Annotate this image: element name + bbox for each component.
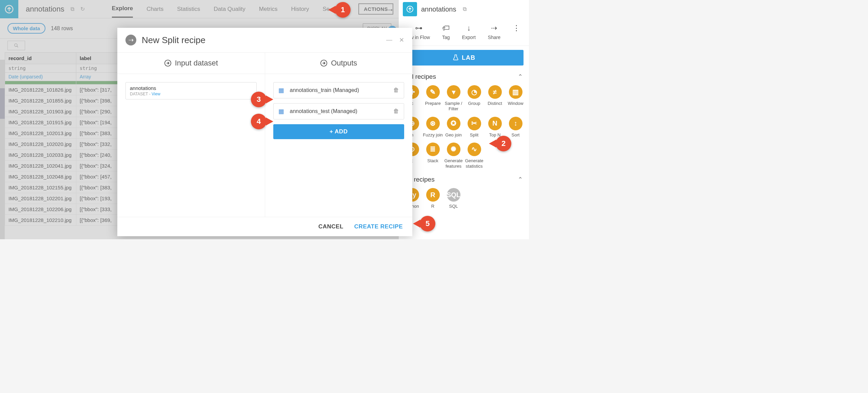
col-hist-0 (5, 81, 76, 85)
panel-expand-arrow[interactable]: → (387, 5, 394, 14)
lab-icon (452, 54, 459, 61)
col-type-record-id[interactable]: string (5, 64, 76, 73)
kebab-icon: ⋮ (513, 24, 520, 33)
action-more[interactable]: ⋮ (513, 24, 520, 40)
refresh-icon[interactable]: ↻ (80, 6, 85, 12)
recipe-generate-features[interactable]: ✺Generate features (443, 141, 463, 169)
tab-data-quality[interactable]: Data Quality (214, 1, 245, 17)
code-recipes-header[interactable]: de recipes ⌃ (399, 172, 529, 187)
close-icon[interactable]: ✕ (399, 36, 404, 44)
recipe-r[interactable]: RR (423, 187, 443, 209)
recipe-icon: ↕ (509, 117, 522, 130)
download-icon: ↓ (467, 24, 471, 33)
cell-record-id: IMG_20181228_102048.jpg (5, 171, 76, 182)
output-dataset-train[interactable]: ▦ annotations_train (Managed) 🗑 (273, 82, 405, 98)
cancel-button[interactable]: CANCEL (318, 223, 343, 230)
copy-icon[interactable]: ⧉ (463, 6, 467, 12)
recipe-top-n[interactable]: NTop N (485, 115, 505, 138)
tab-statistics[interactable]: Statistics (177, 1, 200, 17)
view-dataset-link[interactable]: View (152, 92, 160, 96)
output-dataset-test[interactable]: ▦ annotations_test (Managed) 🗑 (273, 103, 405, 119)
recipe-sql[interactable]: SQLSQL (443, 187, 463, 209)
recipe-group[interactable]: ◔Group (464, 84, 484, 112)
recipe-stack[interactable]: ≣Stack (423, 141, 443, 169)
tag-icon: 🏷 (442, 24, 450, 33)
trash-icon[interactable]: 🗑 (393, 108, 399, 115)
row-count: 148 rows (51, 25, 73, 32)
svg-point-1 (15, 44, 17, 46)
input-dataset-box[interactable]: annotations DATASET - View (125, 82, 257, 99)
action-share[interactable]: ⇢ Share (488, 24, 500, 40)
search-input[interactable] (7, 41, 25, 50)
minimize-icon[interactable]: — (386, 36, 392, 44)
recipe-sort[interactable]: ↕Sort (506, 115, 526, 138)
modal-title: New Split recipe (142, 35, 205, 45)
tab-history[interactable]: History (291, 1, 309, 17)
cell-record-id: IMG_20181228_102041.jpg (5, 161, 76, 171)
visual-recipes-row2: ⊕n⊛Fuzzy join✪Geo join✂SplitNTop N↕Sort (399, 115, 529, 141)
nav-tabs: Explore Charts Statistics Data Quality M… (112, 0, 330, 18)
action-export[interactable]: ↓ Export (462, 24, 475, 40)
recipe-icon: ⊛ (426, 117, 440, 130)
arrow-out-icon (320, 59, 328, 67)
recipe-icon: ✺ (447, 143, 460, 156)
annotation-bubble-4: 4 (251, 114, 267, 129)
outputs-column: Outputs ▦ annotations_train (Managed) 🗑 … (265, 52, 413, 217)
recipe-icon: ≠ (488, 85, 502, 99)
rp-logo[interactable] (403, 2, 417, 16)
create-recipe-button[interactable]: CREATE RECIPE (354, 223, 403, 230)
col-meaning-record-id[interactable]: Date (unparsed) (5, 73, 76, 81)
recipe-icon: ✂ (468, 117, 481, 130)
recipe-icon: ◔ (468, 85, 481, 99)
cell-record-id: IMG_20181228_101903.jpg (5, 106, 76, 117)
app-logo[interactable] (0, 0, 18, 18)
recipe-icon: ▾ (447, 85, 460, 99)
whole-data-pill[interactable]: Whole data (7, 23, 45, 34)
recipe-icon: ▥ (509, 85, 522, 99)
recipe-generate-statistics[interactable]: ∿Generate statistics (464, 141, 484, 169)
col-header-record-id[interactable]: record_id (5, 53, 76, 64)
gutter-scroll-thumb[interactable] (0, 88, 5, 119)
action-tag[interactable]: 🏷 Tag (442, 24, 450, 40)
recipe-icon: N (488, 117, 502, 130)
recipe-fuzzy-join[interactable]: ⊛Fuzzy join (423, 115, 443, 138)
recipe-icon: R (426, 188, 440, 202)
dataset-title: annotations (26, 5, 64, 14)
chevron-up-icon: ⌃ (518, 176, 523, 183)
annotation-bubble-2: 2 (496, 136, 511, 151)
recipe-sample-filter[interactable]: ▾Sample / Filter (443, 84, 463, 112)
tab-charts[interactable]: Charts (146, 1, 163, 17)
cell-record-id: IMG_20181228_102210.jpg (5, 215, 76, 226)
recipe-geo-join[interactable]: ✪Geo join (443, 115, 463, 138)
modal-footer: CANCEL CREATE RECIPE (117, 217, 412, 236)
lab-button[interactable]: LAB (404, 50, 524, 66)
new-split-recipe-modal: ⇢ New Split recipe — ✕ Input dataset ann… (117, 28, 412, 236)
right-panel: annotations ⧉ ⊶ ew in Flow 🏷 Tag ↓ Expor… (399, 0, 529, 239)
recipe-icon: SQL (447, 188, 460, 202)
share-icon: ⇢ (491, 24, 497, 33)
cell-record-id: IMG_20181228_102013.jpg (5, 128, 76, 139)
recipe-split[interactable]: ✂Split (464, 115, 484, 138)
cell-record-id: IMG_20181228_102033.jpg (5, 150, 76, 161)
annotation-bubble-1: 1 (335, 2, 351, 18)
flow-icon: ⊶ (415, 24, 422, 33)
recipe-icon: ≣ (426, 143, 440, 156)
add-output-button[interactable]: + ADD (273, 124, 405, 139)
copy-icon[interactable]: ⧉ (71, 6, 74, 12)
tab-explore[interactable]: Explore (112, 0, 133, 18)
visual-recipes-header[interactable]: ual recipes ⌃ (399, 70, 529, 84)
cell-record-id: IMG_20181228_101855.jpg (5, 95, 76, 106)
cell-record-id: IMG_20181228_101915.jpg (5, 117, 76, 128)
recipe-window[interactable]: ▥Window (506, 84, 526, 112)
recipe-icon: ✎ (426, 85, 440, 99)
arrow-in-icon (164, 59, 172, 67)
split-recipe-icon: ⇢ (125, 35, 136, 45)
recipe-prepare[interactable]: ✎Prepare (423, 84, 443, 112)
cell-record-id: IMG_20181228_102206.jpg (5, 204, 76, 215)
recipe-distinct[interactable]: ≠Distinct (485, 84, 505, 112)
dataset-icon: ▦ (278, 87, 285, 94)
trash-icon[interactable]: 🗑 (393, 87, 399, 94)
input-dataset-column: Input dataset annotations DATASET - View (117, 52, 265, 217)
cell-record-id: IMG_20181228_101826.jpg (5, 85, 76, 95)
tab-metrics[interactable]: Metrics (259, 1, 278, 17)
